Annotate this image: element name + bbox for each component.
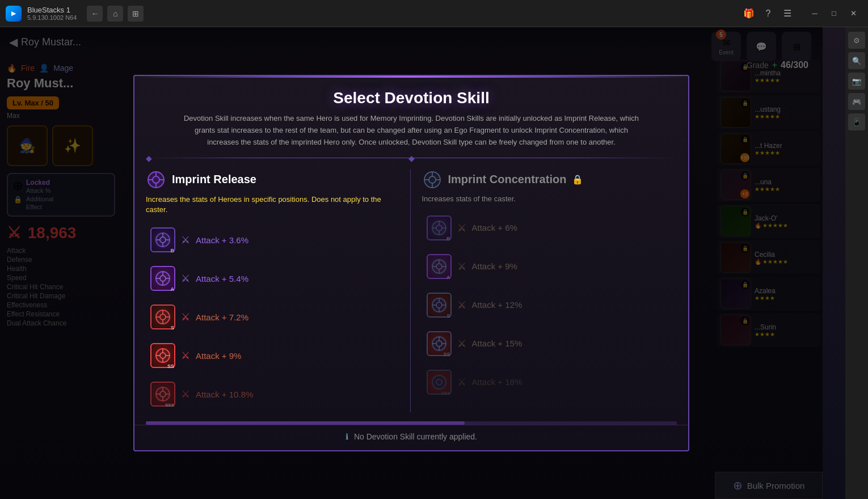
modal-divider	[146, 158, 677, 158]
concentration-lock-icon: 🔒	[572, 174, 583, 185]
skill-value-s-right: Attack + 12%	[472, 300, 523, 310]
bs-back-nav[interactable]: ←	[87, 6, 103, 22]
rank-s-right-icon: S	[427, 293, 452, 318]
bs-gift-icon[interactable]: 🎁	[741, 6, 757, 22]
rank-b-right-icon: B	[427, 215, 452, 240]
bs-sidebar-icon-1[interactable]: ⚙	[848, 32, 865, 49]
imprint-concentration-icon	[422, 170, 443, 190]
rank-a-right-letter: A	[446, 274, 450, 280]
rank-ss-right-letter: SS	[443, 352, 450, 357]
devotion-skill-modal: Select Devotion Skill Devotion Skill inc…	[133, 75, 689, 451]
bs-sidebar-icon-3[interactable]: 📷	[848, 73, 865, 90]
bluestacks-bar: ▶ BlueStacks 1 5.9.130.1002 N64 ← ⌂ ⊞ 🎁 …	[0, 0, 868, 27]
skill-value-s: Attack + 7.2%	[196, 312, 248, 322]
skill-row-a[interactable]: A ⚔ Attack + 5.4%	[146, 263, 401, 294]
imprint-release-header: Imprint Release	[146, 170, 401, 190]
imprint-concentration-title: Imprint Concentration	[448, 173, 567, 186]
rank-sss-icon: SSS	[150, 382, 175, 407]
bs-version: 5.9.130.1002 N64	[27, 14, 77, 21]
skill-row-b[interactable]: B ⚔ Attack + 3.6%	[146, 224, 401, 256]
rank-sss-right-icon: SSS	[427, 370, 452, 395]
rank-sss-right-letter: SSS	[441, 391, 450, 396]
rank-ss-right-icon: SS	[427, 331, 452, 356]
bs-app-name: BlueStacks 1	[27, 6, 77, 14]
modal-content: Imprint Release Increases the stats of H…	[134, 160, 688, 421]
modal-title: Select Devotion Skill	[146, 89, 677, 107]
bs-close-button[interactable]: ✕	[844, 6, 862, 22]
game-area: ◀ Roy Mustar... Grade + 46/300 5 ✉ Event…	[0, 27, 845, 499]
imprint-release-title: Imprint Release	[172, 173, 256, 186]
bs-home-nav[interactable]: ⌂	[107, 6, 123, 22]
skill-value-ss: Attack + 9%	[196, 351, 241, 361]
rank-s-right-letter: S	[446, 313, 450, 319]
bs-help-icon[interactable]: ?	[760, 6, 776, 22]
bluestacks-logo: ▶	[6, 6, 22, 22]
sword-icon-b: ⚔	[181, 234, 190, 246]
modal-overlay: Select Devotion Skill Devotion Skill inc…	[0, 27, 823, 499]
bs-restore-button[interactable]: □	[825, 6, 843, 22]
bs-menu-icon[interactable]: ☰	[779, 6, 795, 22]
imprint-release-desc: Increases the stats of Heroes in specifi…	[146, 194, 401, 215]
skill-row-a-right: A ⚔ Attack + 9%	[422, 251, 677, 282]
rank-b-right-letter: B	[446, 236, 450, 242]
sword-icon-b-right: ⚔	[457, 222, 466, 234]
sword-icon-sss-left: ⚔	[181, 388, 190, 400]
no-skill-label: No Devotion Skill currently applied.	[354, 432, 477, 441]
modal-bottom: ℹ No Devotion Skill currently applied.	[134, 425, 688, 450]
bs-sidebar: ⚙ 🔍 📷 🎮 📱	[845, 27, 868, 499]
skill-value-a-right: Attack + 9%	[472, 261, 517, 271]
bs-sidebar-icon-5[interactable]: 📱	[848, 113, 865, 130]
sword-icon-ss-right: ⚔	[457, 337, 466, 350]
imprint-concentration-desc: Increases stats of the caster.	[422, 194, 677, 203]
rank-a-icon: A	[150, 266, 175, 291]
sword-icon-ss: ⚔	[181, 349, 190, 362]
skill-row-b-right: B ⚔ Attack + 6%	[422, 212, 677, 244]
skill-value-sss-left: Attack + 10.8%	[196, 390, 253, 399]
bs-apps-nav[interactable]: ⊞	[128, 6, 144, 22]
imprint-release-panel: Imprint Release Increases the stats of H…	[146, 170, 411, 412]
imprint-concentration-header: Imprint Concentration 🔒	[422, 170, 677, 190]
rank-ss-icon: SS	[150, 343, 175, 368]
imprint-release-icon	[146, 170, 166, 190]
bs-sidebar-icon-2[interactable]: 🔍	[848, 52, 865, 69]
rank-ss-letter: SS	[167, 363, 174, 369]
imprint-concentration-panel: Imprint Concentration 🔒 Increases stats …	[411, 170, 677, 412]
rank-b-letter: B	[171, 248, 175, 253]
rank-b-icon: B	[150, 227, 175, 252]
skill-row-sss-right: SSS ⚔ Attack + 18%	[422, 366, 677, 398]
info-icon: ℹ	[345, 432, 348, 441]
rank-a-letter: A	[171, 286, 175, 292]
skill-value-b: Attack + 3.6%	[196, 235, 248, 245]
sword-icon-a: ⚔	[181, 272, 190, 285]
sword-icon-a-right: ⚔	[457, 260, 466, 273]
skill-row-ss-right: SS ⚔ Attack + 15%	[422, 328, 677, 360]
modal-header: Select Devotion Skill Devotion Skill inc…	[134, 78, 688, 155]
rank-s-letter: S	[171, 325, 174, 331]
skill-row-sss-left[interactable]: SSS ⚔ Attack + 10.8%	[146, 378, 401, 410]
rank-a-right-icon: A	[427, 254, 452, 279]
rank-s-icon: S	[150, 305, 175, 329]
sword-icon-s: ⚔	[181, 311, 190, 323]
sword-icon-s-right: ⚔	[457, 299, 466, 311]
skill-value-a: Attack + 5.4%	[196, 274, 248, 284]
skill-row-ss[interactable]: SS ⚔ Attack + 9%	[146, 340, 401, 371]
rank-sss-letter: SSS	[165, 403, 174, 408]
bs-sidebar-icon-4[interactable]: 🎮	[848, 93, 865, 110]
svg-point-66	[432, 375, 446, 389]
no-skill-text: ℹ No Devotion Skill currently applied.	[146, 432, 677, 441]
sword-icon-sss-right: ⚔	[457, 376, 466, 388]
skill-value-sss-right: Attack + 18%	[472, 377, 523, 387]
modal-description: Devotion Skill increases when the same H…	[179, 113, 644, 148]
skill-row-s[interactable]: S ⚔ Attack + 7.2%	[146, 301, 401, 333]
bs-minimize-button[interactable]: ─	[806, 6, 824, 22]
skill-value-b-right: Attack + 6%	[472, 223, 517, 232]
skill-value-ss-right: Attack + 15%	[472, 339, 523, 348]
skill-row-s-right: S ⚔ Attack + 12%	[422, 289, 677, 321]
